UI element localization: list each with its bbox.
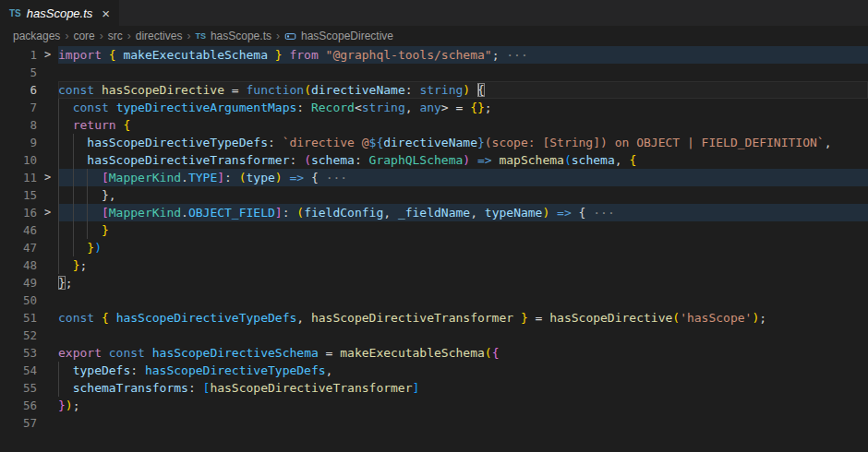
code-token: } <box>477 136 485 149</box>
typescript-file-icon: TS <box>195 31 206 41</box>
code-token: { <box>629 153 636 167</box>
code-token: : <box>405 83 420 97</box>
code-line-content[interactable]: }; <box>58 256 868 274</box>
code-line-content[interactable]: import { makeExecutableSchema } from "@g… <box>58 46 868 64</box>
gutter-spacer <box>37 99 58 116</box>
line-gutter: 52 <box>0 327 58 344</box>
fold-chevron-icon[interactable]: > <box>37 46 58 64</box>
code-token: = <box>319 346 340 360</box>
gutter-spacer <box>37 186 58 204</box>
code-token: => <box>290 171 305 184</box>
code-token: mapSchema <box>499 153 563 167</box>
code-line-content[interactable]: return { <box>58 116 868 134</box>
code-token: } <box>102 223 109 237</box>
code-line-content[interactable]: schemaTransforms: [hasScopeDirectiveTran… <box>58 379 868 397</box>
indent-guide <box>87 204 88 221</box>
typescript-file-icon: TS <box>9 8 21 18</box>
code-line-content[interactable] <box>58 414 868 432</box>
code-token: hasScopeDirectiveTransformer <box>311 311 513 325</box>
code-token: ··· <box>499 48 527 62</box>
breadcrumb-item-symbol[interactable]: hasScopeDirective <box>301 30 393 42</box>
code-token: . <box>181 206 188 220</box>
code-line-content[interactable] <box>58 64 868 81</box>
code-token <box>470 153 477 167</box>
line-number: 55 <box>0 379 37 397</box>
code-token: const <box>73 101 109 114</box>
line-number: 1 <box>0 46 37 64</box>
code-editor[interactable]: 1>import { makeExecutableSchema } from "… <box>0 46 868 432</box>
code-line-content[interactable]: export const hasScopeDirectiveSchema = m… <box>58 344 868 362</box>
line-gutter: 11> <box>0 169 58 186</box>
code-token: OBJECT_FIELD <box>188 206 275 220</box>
code-token: ; <box>66 276 73 290</box>
indent-guide <box>58 221 59 239</box>
code-line-content[interactable]: }); <box>58 397 868 414</box>
symbol-variable-icon <box>284 30 296 42</box>
fold-chevron-icon[interactable]: > <box>37 204 58 221</box>
code-line-content[interactable]: const typeDirectiveArgumentMaps: Record<… <box>58 99 868 116</box>
breadcrumb-item-directives[interactable]: directives <box>136 30 183 42</box>
line-gutter: 16> <box>0 204 58 221</box>
code-line-content[interactable]: [MapperKind.OBJECT_FIELD]: (fieldConfig,… <box>58 204 868 221</box>
code-line-content[interactable]: } <box>58 221 868 239</box>
code-line-content[interactable]: }; <box>58 274 868 291</box>
code-token: hasScopeDirectiveTypeDefs <box>145 363 326 377</box>
line-gutter: 57 <box>0 414 58 432</box>
code-token: } <box>102 188 109 202</box>
code-token: TYPE <box>188 171 217 184</box>
breadcrumb-item-src[interactable]: src <box>108 30 123 42</box>
code-token <box>94 83 102 97</box>
code-line-content[interactable]: hasScopeDirectiveTransformer: (schema: G… <box>58 151 868 169</box>
code-token: [ <box>102 206 109 220</box>
code-token <box>319 48 326 62</box>
code-token: ${ <box>369 136 384 149</box>
code-line-9: 9 hasScopeDirectiveTypeDefs: `directive … <box>0 134 868 151</box>
indent-guide <box>58 362 59 379</box>
line-gutter: 48 <box>0 256 58 274</box>
code-line-48: 48 }; <box>0 256 868 274</box>
code-line-content[interactable]: const { hasScopeDirectiveTypeDefs, hasSc… <box>58 309 868 327</box>
code-line-content[interactable] <box>58 327 868 344</box>
code-line-content[interactable]: }) <box>58 239 868 256</box>
breadcrumb-item-packages[interactable]: packages <box>13 30 60 42</box>
code-token: hasScopeDirectiveTransformer <box>87 153 289 167</box>
code-line-content[interactable]: }, <box>58 186 868 204</box>
code-token: : <box>355 153 369 167</box>
code-token: ( <box>485 346 492 360</box>
code-token: ) <box>94 241 102 255</box>
code-line-content[interactable]: typeDefs: hasScopeDirectiveTypeDefs, <box>58 362 868 379</box>
code-token <box>94 311 102 325</box>
gutter-spacer <box>37 256 58 274</box>
line-gutter: 56 <box>0 397 58 414</box>
line-number: 54 <box>0 362 37 379</box>
code-line-55: 55 schemaTransforms: [hasScopeDirectiveT… <box>0 379 868 397</box>
code-line-7: 7 const typeDirectiveArgumentMaps: Recor… <box>0 99 868 116</box>
code-token: ] <box>275 206 283 220</box>
close-icon[interactable]: × <box>102 6 110 20</box>
code-token <box>470 83 477 97</box>
code-line-content[interactable] <box>58 291 868 309</box>
indent-guide <box>73 204 74 221</box>
code-token: > <box>441 101 449 114</box>
chevron-right-icon: › <box>127 30 131 42</box>
fold-chevron-icon[interactable]: > <box>37 169 58 186</box>
breadcrumb-item-core[interactable]: core <box>73 30 94 42</box>
code-token: hasScopeDirectiveTypeDefs <box>87 136 268 149</box>
code-line-content[interactable]: hasScopeDirectiveTypeDefs: `directive @$… <box>58 134 868 151</box>
gutter-spacer <box>37 274 58 291</box>
code-line-content[interactable]: [MapperKind.TYPE]: (type) => { ··· <box>58 169 868 186</box>
code-token: makeExecutableSchema <box>116 48 275 62</box>
chevron-right-icon: › <box>187 30 190 42</box>
tab-hasscope[interactable]: TS hasScope.ts × <box>0 0 119 26</box>
code-token: : <box>289 153 304 167</box>
line-gutter: 50 <box>0 291 58 309</box>
code-token: any <box>419 101 440 114</box>
line-number: 53 <box>0 344 37 362</box>
code-token: ( <box>304 153 311 167</box>
gutter-spacer <box>37 64 58 81</box>
line-number: 7 <box>0 99 37 116</box>
code-token <box>572 206 579 220</box>
line-gutter: 15 <box>0 186 58 204</box>
breadcrumb-item-file[interactable]: hasScope.ts <box>211 30 271 42</box>
code-line-content[interactable]: const hasScopeDirective = function(direc… <box>58 81 868 99</box>
